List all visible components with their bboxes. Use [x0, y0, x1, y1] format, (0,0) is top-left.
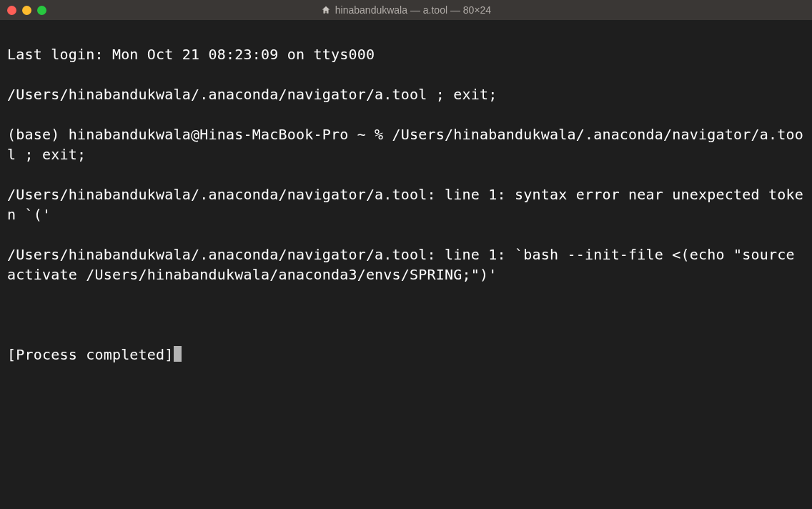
terminal-line: (base) hinabandukwala@Hinas-MacBook-Pro … — [7, 124, 805, 164]
svg-rect-0 — [325, 11, 327, 13]
terminal-line: /Users/hinabandukwala/.anaconda/navigato… — [7, 244, 805, 285]
terminal-output[interactable]: Last login: Mon Oct 21 08:23:09 on ttys0… — [0, 20, 812, 509]
window-titlebar: hinabandukwala — a.tool — 80×24 — [0, 0, 812, 20]
home-icon — [321, 5, 331, 15]
terminal-line: /Users/hinabandukwala/.anaconda/navigato… — [7, 84, 805, 104]
window-title-text: hinabandukwala — a.tool — 80×24 — [335, 4, 491, 16]
close-window-button[interactable] — [7, 6, 16, 15]
terminal-line: /Users/hinabandukwala/.anaconda/navigato… — [7, 184, 805, 224]
terminal-cursor — [174, 346, 182, 362]
window-title-container: hinabandukwala — a.tool — 80×24 — [0, 4, 812, 16]
blank-line — [7, 305, 805, 325]
maximize-window-button[interactable] — [37, 6, 46, 15]
process-completed-text: [Process completed] — [7, 346, 174, 363]
terminal-line: Last login: Mon Oct 21 08:23:09 on ttys0… — [7, 44, 805, 64]
window-controls — [7, 6, 46, 15]
minimize-window-button[interactable] — [22, 6, 31, 15]
